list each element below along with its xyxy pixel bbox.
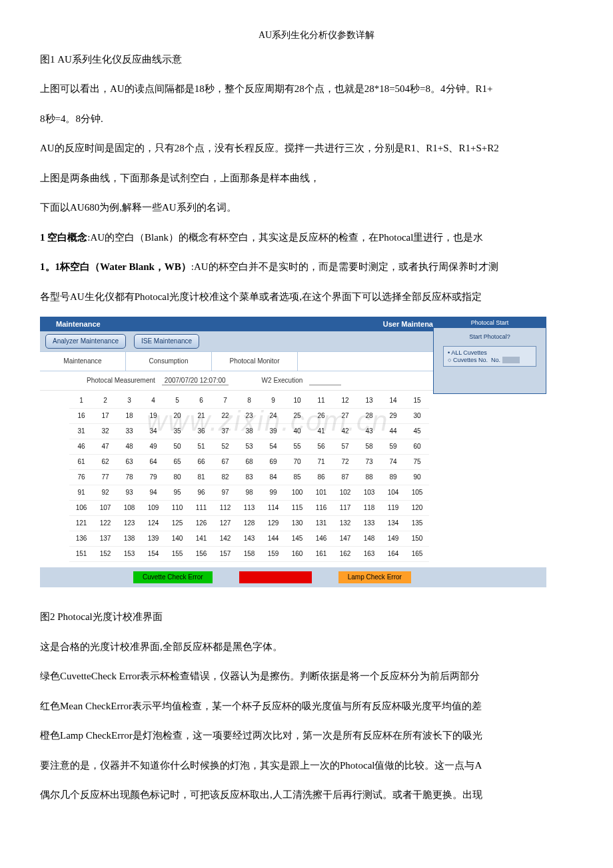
cuvette-cell[interactable]: 85	[285, 470, 309, 485]
cuvette-cell[interactable]: 128	[237, 516, 261, 531]
cuvette-cell[interactable]: 152	[93, 547, 117, 562]
cuvette-cell[interactable]: 68	[237, 455, 261, 470]
cuvette-cell[interactable]: 129	[261, 516, 285, 531]
cuvette-cell[interactable]: 133	[357, 516, 381, 531]
cuvette-cell[interactable]: 127	[213, 516, 237, 531]
cuvette-cell[interactable]: 125	[165, 516, 189, 531]
cuvette-cell[interactable]: 160	[285, 547, 309, 562]
cuvette-cell[interactable]: 96	[189, 485, 213, 501]
cuvette-cell[interactable]: 119	[381, 501, 405, 516]
cuvette-cell[interactable]: 34	[141, 424, 165, 439]
cuvette-cell[interactable]: 146	[309, 531, 333, 547]
cuvette-cell[interactable]: 75	[405, 455, 429, 470]
cuvette-cell[interactable]: 141	[189, 531, 213, 547]
cuvette-cell[interactable]: 36	[189, 424, 213, 439]
cuvette-cell[interactable]: 104	[381, 485, 405, 501]
cuvette-cell[interactable]: 142	[213, 531, 237, 547]
cuvette-cell[interactable]: 60	[405, 439, 429, 455]
cuvette-cell[interactable]: 56	[309, 439, 333, 455]
cuvette-cell[interactable]: 19	[141, 409, 165, 424]
cuvette-cell[interactable]: 89	[381, 470, 405, 485]
cuvette-cell[interactable]: 99	[261, 485, 285, 501]
cuvette-cell[interactable]: 15	[405, 393, 429, 409]
cuvette-cell[interactable]: 164	[381, 547, 405, 562]
cuvette-cell[interactable]: 105	[405, 485, 429, 501]
cuvette-cell[interactable]: 8	[237, 393, 261, 409]
cuvette-cell[interactable]: 140	[165, 531, 189, 547]
cuvette-cell[interactable]: 10	[285, 393, 309, 409]
cuvette-cell[interactable]: 35	[165, 424, 189, 439]
cuvette-cell[interactable]: 44	[381, 424, 405, 439]
cuvette-cell[interactable]: 91	[69, 485, 93, 501]
cuvette-cell[interactable]: 132	[333, 516, 357, 531]
cuvette-cell[interactable]: 107	[93, 501, 117, 516]
cuvette-cell[interactable]: 59	[381, 439, 405, 455]
cuvette-cell[interactable]: 28	[357, 409, 381, 424]
cuvette-cell[interactable]: 71	[309, 455, 333, 470]
cuvette-cell[interactable]: 92	[93, 485, 117, 501]
cuvette-cell[interactable]: 57	[333, 439, 357, 455]
cuvette-cell[interactable]: 163	[357, 547, 381, 562]
cuvette-cell[interactable]: 110	[165, 501, 189, 516]
cuvette-cell[interactable]: 84	[261, 470, 285, 485]
cuvette-cell[interactable]: 121	[69, 516, 93, 531]
cuvette-cell[interactable]: 153	[117, 547, 141, 562]
cuvette-cell[interactable]: 64	[141, 455, 165, 470]
tab-photocal-monitor[interactable]: Photocal Monitor	[212, 352, 298, 371]
cuvette-cell[interactable]: 117	[333, 501, 357, 516]
cuvette-cell[interactable]: 138	[117, 531, 141, 547]
cuvette-cell[interactable]: 126	[189, 516, 213, 531]
cuvette-cell[interactable]: 136	[69, 531, 93, 547]
cuvette-cell[interactable]: 69	[261, 455, 285, 470]
cuvette-cell[interactable]: 58	[357, 439, 381, 455]
cuvette-cell[interactable]: 157	[213, 547, 237, 562]
cuvette-cell[interactable]: 12	[333, 393, 357, 409]
cuvette-cell[interactable]: 144	[261, 531, 285, 547]
cuvette-cell[interactable]: 7	[213, 393, 237, 409]
cuvette-cell[interactable]: 73	[357, 455, 381, 470]
analyzer-maintenance-button[interactable]: Analyzer Maintenance	[45, 334, 126, 349]
cuvette-cell[interactable]: 49	[141, 439, 165, 455]
cuvette-cell[interactable]: 70	[285, 455, 309, 470]
cuvette-cell[interactable]: 47	[93, 439, 117, 455]
cuvette-cell[interactable]: 63	[117, 455, 141, 470]
tab-maintenance[interactable]: Maintenance	[40, 352, 126, 371]
cuvette-cell[interactable]: 103	[357, 485, 381, 501]
cuvette-cell[interactable]: 23	[237, 409, 261, 424]
option-cuvettes-no[interactable]: ○ Cuvettes No. No.	[448, 357, 532, 364]
cuvette-cell[interactable]: 159	[261, 547, 285, 562]
cuvette-cell[interactable]: 149	[381, 531, 405, 547]
cuvette-cell[interactable]: 139	[141, 531, 165, 547]
cuvette-cell[interactable]: 100	[285, 485, 309, 501]
cuvette-cell[interactable]: 5	[165, 393, 189, 409]
cuvette-cell[interactable]: 48	[117, 439, 141, 455]
cuvette-cell[interactable]: 101	[309, 485, 333, 501]
cuvette-cell[interactable]: 25	[285, 409, 309, 424]
cuvette-cell[interactable]: 114	[261, 501, 285, 516]
cuvette-cell[interactable]: 87	[333, 470, 357, 485]
cuvette-cell[interactable]: 82	[213, 470, 237, 485]
cuvettes-no-input[interactable]	[502, 357, 520, 363]
cuvette-cell[interactable]: 79	[141, 470, 165, 485]
cuvette-cell[interactable]: 147	[333, 531, 357, 547]
cuvette-cell[interactable]: 113	[237, 501, 261, 516]
cuvette-cell[interactable]: 77	[93, 470, 117, 485]
cuvette-cell[interactable]: 27	[333, 409, 357, 424]
cuvette-cell[interactable]: 50	[165, 439, 189, 455]
cuvette-cell[interactable]: 39	[261, 424, 285, 439]
cuvette-cell[interactable]: 40	[285, 424, 309, 439]
cuvette-cell[interactable]: 130	[285, 516, 309, 531]
ise-maintenance-button[interactable]: ISE Maintenance	[134, 334, 199, 349]
cuvette-cell[interactable]: 74	[381, 455, 405, 470]
option-all-cuvettes[interactable]: • ALL Cuvettes	[448, 349, 532, 357]
cuvette-cell[interactable]: 97	[213, 485, 237, 501]
cuvette-cell[interactable]: 86	[309, 470, 333, 485]
cuvette-cell[interactable]: 145	[285, 531, 309, 547]
cuvette-cell[interactable]: 80	[165, 470, 189, 485]
cuvette-cell[interactable]: 134	[381, 516, 405, 531]
cuvette-cell[interactable]: 148	[357, 531, 381, 547]
cuvette-cell[interactable]: 76	[69, 470, 93, 485]
cuvette-cell[interactable]: 154	[141, 547, 165, 562]
cuvette-cell[interactable]: 16	[69, 409, 93, 424]
cuvette-cell[interactable]: 45	[405, 424, 429, 439]
